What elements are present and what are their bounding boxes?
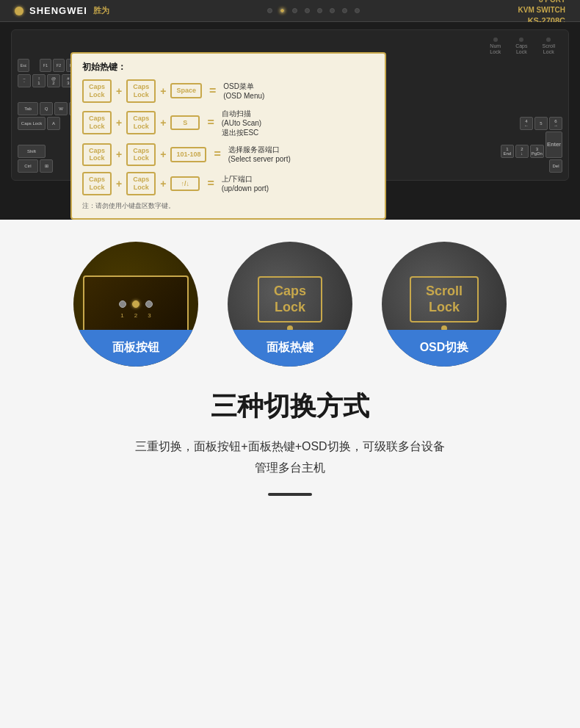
scroll-key-box: Scroll Lock — [410, 276, 479, 322]
hk-plus-8: + — [160, 178, 166, 190]
key-num4: 4← — [520, 117, 533, 130]
port-dot-2 — [280, 8, 285, 13]
hotkey-overlay: 初始热键： CapsLock + CapsLock + Space = OSD菜… — [70, 52, 386, 220]
hk-desc-1: OSD菜单(OSD Menu) — [223, 82, 264, 101]
key-a: A — [47, 117, 60, 130]
hotkey-row-2: CapsLock + CapsLock + S = 自动扫描(AUto Scan… — [82, 109, 374, 137]
hk-key-capslock-2: CapsLock — [126, 79, 156, 103]
port-dot-1 — [267, 8, 272, 13]
num-lock-led — [493, 37, 498, 42]
hk-key-capslock-8: CapsLock — [126, 172, 156, 195]
key-2: @2 — [47, 74, 60, 87]
hk-equals-1: = — [209, 84, 216, 98]
circle-img-scroll: Scroll Lock OSD切换 — [382, 242, 507, 367]
hk-key-capslock-6: CapsLock — [126, 143, 156, 167]
section-title: 三种切换方式 — [15, 389, 565, 425]
circle-label-text-1: 面板按钮 — [112, 340, 159, 356]
key-esc: Esc — [18, 59, 29, 72]
panel-dot-1 — [119, 300, 126, 308]
features-section: 1 2 3 面板按钮 Caps Lock — [0, 220, 580, 511]
circles-row: 1 2 3 面板按钮 Caps Lock — [15, 242, 565, 367]
circle-label-text-2: 面板热键 — [267, 340, 313, 356]
key-num2: 2↓ — [515, 145, 529, 158]
key-ctrl-l: Ctrl — [18, 159, 38, 173]
key-q: Q — [40, 102, 53, 115]
key-num3: 3PgDn — [530, 145, 544, 158]
hk-key-arrows: ↑/↓ — [170, 176, 200, 192]
port-dot-4 — [305, 8, 310, 13]
hotkey-title: 初始热键： — [82, 61, 374, 73]
hk-plus-3: + — [116, 117, 122, 129]
circle-label-panel: 面板按钮 — [73, 330, 198, 367]
key-w: W — [54, 102, 68, 115]
keyboard-frame: Num Lock Caps Lock Scroll Lock Esc F1 F2… — [11, 29, 569, 181]
key-num1: 1End — [501, 145, 514, 158]
key-win: ⊞ — [40, 159, 53, 173]
panel-numbers: 1 2 3 — [120, 312, 151, 319]
key-tab: Tab — [18, 102, 38, 115]
circle-label-text-3: OSD切换 — [420, 340, 469, 356]
num-lock-indicator: Num Lock — [490, 36, 501, 56]
caps-line2: Lock — [275, 300, 305, 314]
key-num5: 5 — [534, 117, 548, 130]
hotkey-row-4: CapsLock + CapsLock + ↑/↓ = 上/下端口(up/dow… — [82, 172, 374, 195]
section-desc: 三重切换，面板按钮+面板热键+OSD切换，可级联多台设备管理多台主机 — [15, 436, 565, 479]
caps-lock-indicator: Caps Lock — [515, 36, 527, 56]
panel-dot-active — [132, 300, 139, 308]
hk-key-s: S — [170, 115, 200, 131]
hk-key-capslock-1: CapsLock — [82, 79, 112, 103]
divider — [268, 493, 312, 496]
hotkey-row-1: CapsLock + CapsLock + Space = OSD菜单(OSD … — [82, 79, 374, 103]
port-dot-7 — [342, 8, 347, 13]
hk-plus-4: + — [160, 117, 166, 129]
circle-label-caps: 面板热键 — [228, 330, 352, 367]
caps-lock-led — [519, 37, 523, 42]
key-num-del: Del — [549, 159, 562, 173]
circle-scroll-lock: Scroll Lock OSD切换 — [382, 242, 507, 367]
hk-plus-5: + — [116, 148, 122, 160]
hk-equals-4: = — [207, 177, 214, 190]
brand-area: SHENGWEI 胜为 — [15, 5, 109, 16]
hk-plus-1: + — [116, 85, 122, 97]
scroll-line2: Lock — [429, 300, 460, 314]
key-f1: F1 — [40, 59, 51, 72]
key-enter: Enter — [545, 131, 562, 158]
circle-panel-btn: 1 2 3 面板按钮 — [73, 242, 198, 367]
port-dot-8 — [355, 8, 360, 13]
key-backtick: ~` — [18, 74, 31, 87]
hk-desc-2: 自动扫描(AUto Scan)退出按ESC — [222, 109, 261, 137]
scroll-lock-led — [546, 37, 551, 42]
key-f2: F2 — [53, 59, 65, 72]
port-dot-3 — [292, 8, 297, 13]
hk-equals-3: = — [214, 148, 220, 161]
keyboard-wrapper: Num Lock Caps Lock Scroll Lock Esc F1 F2… — [0, 22, 580, 220]
hk-desc-4: 上/下端口(up/down port) — [222, 174, 269, 193]
brand-name-cn: 胜为 — [93, 5, 109, 16]
panel-dot-3 — [145, 300, 153, 308]
caps-key-box: Caps Lock — [258, 276, 322, 322]
circle-caps-lock: Caps Lock 面板热键 — [228, 242, 352, 367]
key-shift-l: Shift — [18, 145, 46, 158]
top-strip: SHENGWEI 胜为 8 PORT KVM SWITCH KS-2708C — [0, 0, 580, 22]
power-led — [15, 7, 23, 15]
port-dots — [267, 8, 360, 13]
device-section: SHENGWEI 胜为 8 PORT KVM SWITCH KS-2708C — [0, 0, 580, 220]
port-dot-6 — [330, 8, 335, 13]
caps-line1: Caps — [274, 284, 306, 298]
hk-plus-6: + — [160, 148, 166, 160]
circle-label-scroll: OSD切换 — [382, 330, 507, 367]
hk-key-capslock-5: CapsLock — [82, 143, 112, 167]
key-1: !1 — [32, 74, 46, 87]
circle-img-panel: 1 2 3 面板按钮 — [73, 242, 198, 367]
port-dot-5 — [317, 8, 322, 13]
hk-desc-3: 选择服务器端口(Select server port) — [228, 145, 291, 164]
hk-key-capslock-7: CapsLock — [82, 172, 112, 195]
hotkey-row-3: CapsLock + CapsLock + 101-108 = 选择服务器端口(… — [82, 143, 374, 167]
key-num6: 6→ — [549, 117, 562, 130]
brand-name-en: SHENGWEI — [29, 5, 87, 16]
circle-img-caps: Caps Lock 面板热键 — [228, 242, 352, 367]
panel-dots-container — [119, 300, 153, 308]
spacer — [31, 59, 38, 72]
hk-key-101108: 101-108 — [170, 147, 206, 162]
hk-key-capslock-3: CapsLock — [82, 111, 112, 134]
